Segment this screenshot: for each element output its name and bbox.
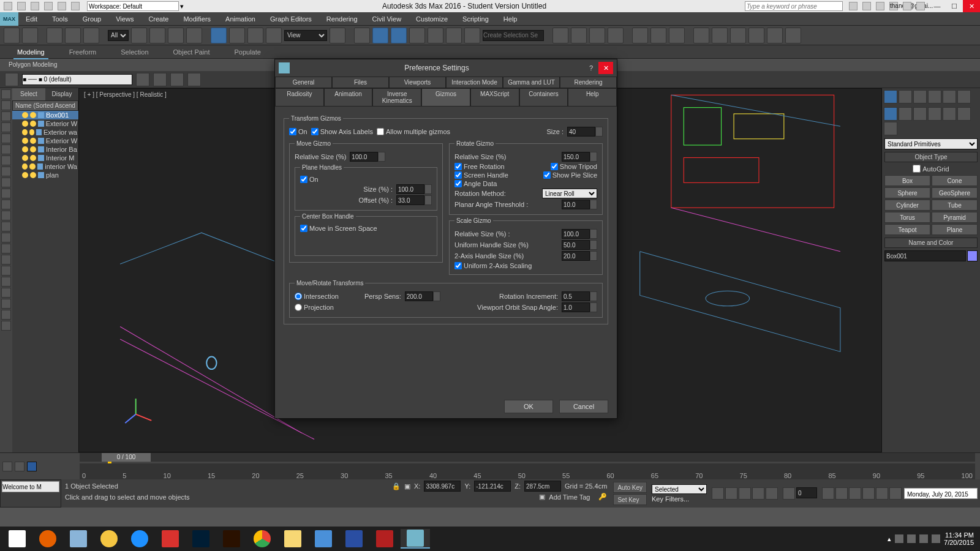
render-setup-button[interactable] bbox=[650, 28, 666, 43]
tab-hierarchy-icon[interactable] bbox=[913, 90, 927, 103]
tab-gizmos[interactable]: Gizmos bbox=[421, 88, 470, 107]
tab-ik[interactable]: Inverse Kinematics bbox=[372, 88, 421, 107]
rollout-object-type[interactable]: Object Type bbox=[884, 152, 978, 162]
visibility-icon[interactable] bbox=[22, 155, 28, 161]
edit-named-sel-button[interactable] bbox=[446, 28, 462, 43]
task-chrome[interactable] bbox=[247, 529, 277, 549]
key-mode-selector[interactable]: Selected bbox=[652, 484, 707, 494]
planar-spinner[interactable] bbox=[562, 200, 597, 209]
ls-icon[interactable] bbox=[1, 156, 11, 165]
close-button[interactable]: ✕ bbox=[963, 0, 980, 12]
set-key-button[interactable]: Set Key bbox=[613, 494, 647, 505]
play-icon[interactable] bbox=[739, 487, 751, 500]
scene-row[interactable]: Exterior wa bbox=[12, 128, 78, 137]
ls-icon[interactable] bbox=[1, 266, 11, 276]
use-center-button[interactable] bbox=[330, 28, 345, 43]
selection-filter[interactable]: All bbox=[108, 30, 129, 41]
chk-show-axis[interactable]: Show Axis Labels bbox=[311, 128, 373, 135]
align-button[interactable] bbox=[552, 28, 568, 43]
tray-clock[interactable]: 11:34 PM 7/20/2015 bbox=[944, 531, 974, 546]
object-name-field[interactable] bbox=[884, 250, 966, 261]
snap-toggle-button[interactable] bbox=[372, 28, 388, 43]
rendered-frame-button[interactable] bbox=[669, 28, 685, 43]
fov-icon[interactable] bbox=[862, 487, 875, 500]
exchange-icon[interactable] bbox=[876, 2, 884, 10]
chk-angle-data[interactable]: Angle Data bbox=[454, 180, 497, 187]
menu-scripting[interactable]: Scripting bbox=[455, 12, 496, 26]
spinner-arrows-icon[interactable] bbox=[590, 152, 597, 162]
menu-create[interactable]: Create bbox=[141, 12, 176, 26]
chk-free-rotation[interactable]: Free Rotation bbox=[454, 163, 505, 170]
selection-set-field[interactable] bbox=[483, 30, 544, 41]
spinner-snap-button[interactable] bbox=[428, 28, 443, 43]
new-icon[interactable] bbox=[4, 2, 12, 10]
task-autocad[interactable] bbox=[370, 529, 399, 549]
tray-icon[interactable] bbox=[895, 534, 903, 543]
scene-row[interactable]: Interior Ba bbox=[12, 145, 78, 154]
render-iterative-button[interactable] bbox=[693, 28, 709, 43]
menu-edit[interactable]: Edit bbox=[18, 12, 45, 26]
layer-btn-1[interactable] bbox=[136, 73, 149, 86]
visibility-icon[interactable] bbox=[22, 129, 28, 135]
cat-helpers-icon[interactable] bbox=[943, 107, 956, 121]
infosearch-box[interactable] bbox=[745, 1, 843, 11]
render-active-button[interactable] bbox=[712, 28, 728, 43]
tab-maxscript[interactable]: MAXScript bbox=[470, 88, 519, 107]
coord-x-field[interactable] bbox=[424, 481, 461, 492]
task-firefox[interactable] bbox=[33, 529, 62, 549]
next-key-icon[interactable] bbox=[15, 462, 24, 471]
menu-modifiers[interactable]: Modifiers bbox=[176, 12, 218, 26]
ls-icon[interactable] bbox=[1, 288, 11, 298]
chk-plane-on[interactable]: On bbox=[300, 176, 318, 183]
select-by-name-button[interactable] bbox=[149, 28, 165, 43]
redo-icon[interactable] bbox=[58, 2, 66, 10]
tab-interaction[interactable]: Interaction Mode bbox=[446, 77, 503, 88]
zoom-extents-icon[interactable] bbox=[849, 487, 861, 500]
render-cloud-button[interactable] bbox=[730, 28, 746, 43]
open-icon[interactable] bbox=[17, 2, 26, 10]
freeze-icon[interactable] bbox=[30, 146, 36, 152]
key-icon[interactable]: 🔑 bbox=[598, 493, 607, 501]
window-crossing-button[interactable] bbox=[186, 28, 202, 43]
radio-projection[interactable]: Projection bbox=[295, 304, 334, 311]
goto-end-icon[interactable] bbox=[766, 487, 778, 500]
ls-icon[interactable] bbox=[1, 255, 11, 264]
primitive-type-selector[interactable]: Standard Primitives bbox=[884, 138, 978, 149]
persp-spinner[interactable] bbox=[405, 291, 440, 301]
size-spinner[interactable] bbox=[567, 127, 603, 137]
ls-icon[interactable] bbox=[1, 133, 11, 143]
freeze-icon[interactable] bbox=[29, 163, 35, 170]
material-editor-button[interactable] bbox=[632, 28, 648, 43]
scene-tab-display[interactable]: Display bbox=[45, 88, 78, 100]
rollout-name-color[interactable]: Name and Color bbox=[884, 238, 978, 248]
scale-relsize-spinner[interactable] bbox=[562, 229, 597, 239]
visibility-icon[interactable] bbox=[22, 121, 28, 127]
spinner-arrows-icon[interactable] bbox=[590, 200, 597, 209]
tab-radiosity[interactable]: Radiosity bbox=[275, 88, 324, 107]
render-a360-button[interactable] bbox=[785, 28, 801, 43]
task-calc[interactable] bbox=[64, 529, 93, 549]
btn-geosphere[interactable]: GeoSphere bbox=[932, 187, 978, 198]
workspace-field[interactable] bbox=[87, 1, 179, 11]
btn-box[interactable]: Box bbox=[884, 175, 930, 186]
btn-plane[interactable]: Plane bbox=[932, 224, 978, 235]
schematic-view-button[interactable] bbox=[608, 28, 624, 43]
tab-viewports[interactable]: Viewports bbox=[389, 77, 446, 88]
scene-row[interactable]: interior Wa bbox=[12, 162, 78, 171]
tab-files[interactable]: Files bbox=[332, 77, 389, 88]
link-button[interactable] bbox=[47, 28, 62, 43]
ls-icon[interactable] bbox=[1, 89, 11, 99]
time-slider[interactable]: 0 / 100 bbox=[102, 453, 151, 462]
orbit-icon[interactable] bbox=[876, 487, 888, 500]
menu-help[interactable]: Help bbox=[496, 12, 525, 26]
app-logo[interactable]: MAX bbox=[0, 12, 18, 26]
task-paint[interactable] bbox=[94, 529, 124, 549]
menu-group[interactable]: Group bbox=[75, 12, 109, 26]
menu-civil[interactable]: Civil View bbox=[365, 12, 409, 26]
spinner-arrows-icon[interactable] bbox=[424, 184, 432, 194]
btn-pyramid[interactable]: Pyramid bbox=[932, 212, 978, 223]
tray-network-icon[interactable] bbox=[907, 534, 916, 543]
undo-icon[interactable] bbox=[44, 2, 53, 10]
maximize-button[interactable]: ☐ bbox=[946, 0, 963, 12]
ls-icon[interactable] bbox=[1, 144, 11, 154]
